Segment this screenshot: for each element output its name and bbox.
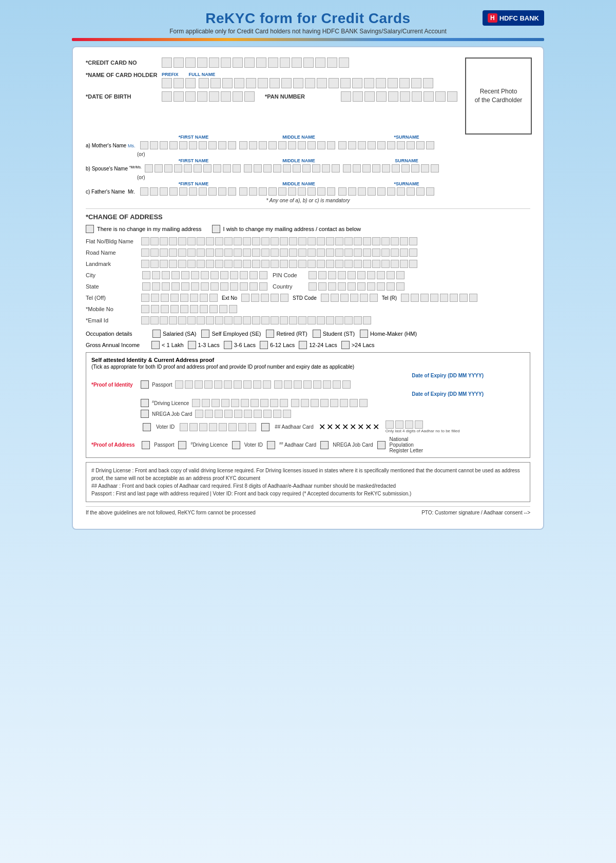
pan-1[interactable] [341, 91, 351, 102]
cc-box-14[interactable] [315, 57, 325, 68]
cc-box-6[interactable] [221, 57, 231, 68]
income-1lakh[interactable]: < 1 Lakh [151, 341, 184, 349]
no-change-checkbox[interactable] [86, 225, 94, 233]
fn-box-16[interactable] [376, 78, 386, 88]
mother-middle-boxes[interactable] [239, 141, 335, 149]
cc-box-11[interactable] [280, 57, 290, 68]
fn-box-18[interactable] [399, 78, 410, 88]
occ-self-employed[interactable]: Self Employed (SE) [201, 330, 261, 338]
cc-box-13[interactable] [303, 57, 314, 68]
occ-homemaker[interactable]: Home-Maker (HM) [360, 330, 417, 338]
pan-boxes[interactable] [341, 91, 457, 102]
fn-box-7[interactable] [270, 78, 280, 88]
income-12-24-checkbox[interactable] [299, 341, 307, 349]
state-boxes[interactable] [142, 282, 267, 291]
tel-off-boxes[interactable] [141, 294, 218, 302]
pan-5[interactable] [388, 91, 398, 102]
dob-6[interactable] [221, 91, 231, 102]
aadhaar-checkbox[interactable] [261, 423, 270, 431]
fn-box-20[interactable] [423, 78, 433, 88]
father-surname-boxes[interactable] [338, 187, 434, 196]
change-checkbox[interactable] [212, 225, 220, 233]
voter-checkbox[interactable] [143, 423, 151, 431]
cc-box-15[interactable] [327, 57, 337, 68]
fn-box-13[interactable] [340, 78, 351, 88]
landmark-boxes[interactable] [141, 260, 530, 268]
nrega-num-boxes[interactable] [195, 410, 291, 418]
road-boxes[interactable] [141, 248, 530, 257]
income-3-6[interactable]: 3-6 Lacs [224, 341, 256, 349]
change-item[interactable]: I wish to change my mailing address / co… [212, 225, 361, 233]
fn-box-12[interactable] [329, 78, 339, 88]
pan-2[interactable] [353, 91, 363, 102]
pin-boxes[interactable] [309, 271, 405, 279]
dob-3[interactable] [185, 91, 196, 102]
fn-box-1[interactable] [199, 78, 209, 88]
spouse-first-boxes[interactable] [145, 164, 241, 172]
occ-salaried[interactable]: Salaried (SA) [152, 330, 196, 338]
cc-box-7[interactable] [233, 57, 243, 68]
dob-4[interactable] [197, 91, 207, 102]
mother-surname-boxes[interactable] [338, 141, 434, 149]
addr-aadhaar-checkbox[interactable] [267, 441, 275, 449]
cc-box-5[interactable] [209, 57, 219, 68]
fn-box-3[interactable] [222, 78, 233, 88]
fullname-boxes[interactable] [199, 78, 433, 88]
dob-8[interactable] [244, 91, 255, 102]
occ-student[interactable]: Student (ST) [313, 330, 355, 338]
cc-box-2[interactable] [174, 57, 184, 68]
passport-num-boxes[interactable] [175, 380, 271, 389]
income-24plus[interactable]: >24 Lacs [341, 341, 375, 349]
cc-box-12[interactable] [292, 57, 302, 68]
fn-box-2[interactable] [210, 78, 221, 88]
occ-st-checkbox[interactable] [313, 330, 321, 338]
city-boxes[interactable] [142, 271, 267, 279]
fn-box-9[interactable] [293, 78, 303, 88]
fn-box-15[interactable] [364, 78, 374, 88]
addr-voter-checkbox[interactable] [232, 441, 240, 449]
spouse-surname-boxes[interactable] [343, 164, 439, 172]
driving-num-boxes[interactable] [192, 399, 288, 407]
country-boxes[interactable] [309, 282, 405, 291]
prefix-boxes[interactable] [162, 78, 196, 88]
ext-boxes[interactable] [241, 294, 288, 302]
income-6-12-checkbox[interactable] [260, 341, 268, 349]
pan-10[interactable] [447, 91, 457, 102]
dob-boxes[interactable] [162, 91, 255, 102]
pan-6[interactable] [400, 91, 410, 102]
occ-se-checkbox[interactable] [201, 330, 209, 338]
pan-3[interactable] [364, 91, 375, 102]
fn-box-19[interactable] [411, 78, 421, 88]
addr-driving-checkbox[interactable] [178, 441, 186, 449]
income-1-3-checkbox[interactable] [188, 341, 196, 349]
nrega-checkbox[interactable] [141, 410, 149, 418]
spouse-middle-boxes[interactable] [244, 164, 340, 172]
occ-retired[interactable]: Retired (RT) [266, 330, 307, 338]
dob-5[interactable] [209, 91, 219, 102]
tel-r-boxes[interactable] [401, 294, 477, 302]
income-12-24[interactable]: 12-24 Lacs [299, 341, 337, 349]
addr-nrega-checkbox[interactable] [320, 441, 329, 449]
fn-box-14[interactable] [352, 78, 362, 88]
cc-box-10[interactable] [268, 57, 278, 68]
flat-boxes[interactable] [141, 237, 530, 245]
occ-rt-checkbox[interactable] [266, 330, 274, 338]
driving-expiry-boxes[interactable] [291, 399, 368, 407]
std-boxes[interactable] [321, 294, 378, 302]
cc-box-1[interactable] [162, 57, 172, 68]
pan-8[interactable] [424, 91, 434, 102]
mobile-boxes[interactable] [141, 305, 237, 313]
cc-box-4[interactable] [197, 57, 207, 68]
prefix-box-1[interactable] [162, 78, 172, 88]
passport-expiry-boxes[interactable] [274, 380, 351, 389]
credit-card-boxes[interactable] [162, 57, 349, 68]
addr-passport-checkbox[interactable] [142, 441, 150, 449]
income-24-checkbox[interactable] [341, 341, 350, 349]
voter-num-boxes[interactable] [180, 423, 256, 431]
occ-hm-checkbox[interactable] [360, 330, 368, 338]
pan-4[interactable] [376, 91, 387, 102]
addr-national-checkbox[interactable] [377, 441, 386, 449]
passport-checkbox[interactable] [141, 380, 149, 389]
fn-box-5[interactable] [246, 78, 256, 88]
driving-checkbox[interactable] [141, 399, 149, 407]
